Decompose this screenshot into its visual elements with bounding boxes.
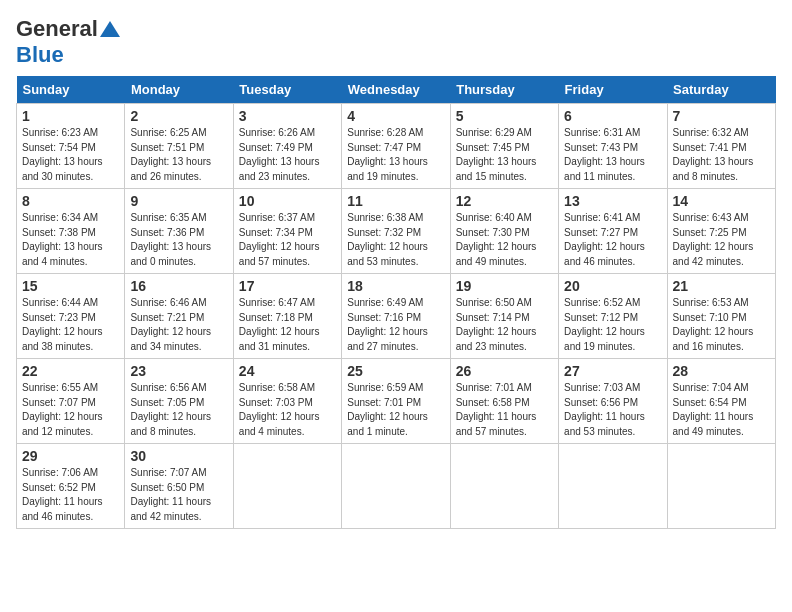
day-info: Sunrise: 7:03 AMSunset: 6:56 PMDaylight:… [564,381,661,439]
day-info: Sunrise: 6:34 AMSunset: 7:38 PMDaylight:… [22,211,119,269]
day-number: 28 [673,363,770,379]
day-number: 9 [130,193,227,209]
calendar-cell: 5 Sunrise: 6:29 AMSunset: 7:45 PMDayligh… [450,104,558,189]
day-info: Sunrise: 6:56 AMSunset: 7:05 PMDaylight:… [130,381,227,439]
day-number: 2 [130,108,227,124]
day-info: Sunrise: 6:31 AMSunset: 7:43 PMDaylight:… [564,126,661,184]
calendar-cell: 25 Sunrise: 6:59 AMSunset: 7:01 PMDaylig… [342,359,450,444]
calendar-cell: 30 Sunrise: 7:07 AMSunset: 6:50 PMDaylig… [125,444,233,529]
day-number: 15 [22,278,119,294]
day-info: Sunrise: 6:43 AMSunset: 7:25 PMDaylight:… [673,211,770,269]
logo-general: General [16,16,98,42]
day-number: 29 [22,448,119,464]
calendar-cell: 8 Sunrise: 6:34 AMSunset: 7:38 PMDayligh… [17,189,125,274]
day-info: Sunrise: 6:40 AMSunset: 7:30 PMDaylight:… [456,211,553,269]
day-number: 3 [239,108,336,124]
calendar-cell: 10 Sunrise: 6:37 AMSunset: 7:34 PMDaylig… [233,189,341,274]
logo-blue: Blue [16,42,64,67]
calendar-cell [559,444,667,529]
logo-icon [100,21,120,37]
day-number: 25 [347,363,444,379]
calendar-cell: 27 Sunrise: 7:03 AMSunset: 6:56 PMDaylig… [559,359,667,444]
logo: General Blue [16,16,120,68]
day-number: 26 [456,363,553,379]
calendar-cell: 22 Sunrise: 6:55 AMSunset: 7:07 PMDaylig… [17,359,125,444]
calendar-cell: 7 Sunrise: 6:32 AMSunset: 7:41 PMDayligh… [667,104,775,189]
day-info: Sunrise: 6:38 AMSunset: 7:32 PMDaylight:… [347,211,444,269]
calendar-cell: 29 Sunrise: 7:06 AMSunset: 6:52 PMDaylig… [17,444,125,529]
day-info: Sunrise: 6:32 AMSunset: 7:41 PMDaylight:… [673,126,770,184]
week-row-4: 22 Sunrise: 6:55 AMSunset: 7:07 PMDaylig… [17,359,776,444]
calendar-cell: 21 Sunrise: 6:53 AMSunset: 7:10 PMDaylig… [667,274,775,359]
calendar-cell [342,444,450,529]
col-header-tuesday: Tuesday [233,76,341,104]
day-info: Sunrise: 6:44 AMSunset: 7:23 PMDaylight:… [22,296,119,354]
day-info: Sunrise: 6:23 AMSunset: 7:54 PMDaylight:… [22,126,119,184]
col-header-sunday: Sunday [17,76,125,104]
svg-marker-0 [100,21,120,37]
calendar-table: SundayMondayTuesdayWednesdayThursdayFrid… [16,76,776,529]
col-header-saturday: Saturday [667,76,775,104]
day-info: Sunrise: 6:41 AMSunset: 7:27 PMDaylight:… [564,211,661,269]
col-header-wednesday: Wednesday [342,76,450,104]
calendar-cell: 9 Sunrise: 6:35 AMSunset: 7:36 PMDayligh… [125,189,233,274]
calendar-cell: 4 Sunrise: 6:28 AMSunset: 7:47 PMDayligh… [342,104,450,189]
col-header-monday: Monday [125,76,233,104]
day-number: 18 [347,278,444,294]
calendar-header-row: SundayMondayTuesdayWednesdayThursdayFrid… [17,76,776,104]
day-info: Sunrise: 6:58 AMSunset: 7:03 PMDaylight:… [239,381,336,439]
calendar-cell: 6 Sunrise: 6:31 AMSunset: 7:43 PMDayligh… [559,104,667,189]
calendar-cell: 12 Sunrise: 6:40 AMSunset: 7:30 PMDaylig… [450,189,558,274]
calendar-cell [233,444,341,529]
calendar-cell: 23 Sunrise: 6:56 AMSunset: 7:05 PMDaylig… [125,359,233,444]
calendar-cell: 28 Sunrise: 7:04 AMSunset: 6:54 PMDaylig… [667,359,775,444]
week-row-5: 29 Sunrise: 7:06 AMSunset: 6:52 PMDaylig… [17,444,776,529]
day-info: Sunrise: 6:28 AMSunset: 7:47 PMDaylight:… [347,126,444,184]
day-info: Sunrise: 7:01 AMSunset: 6:58 PMDaylight:… [456,381,553,439]
calendar-cell: 16 Sunrise: 6:46 AMSunset: 7:21 PMDaylig… [125,274,233,359]
day-number: 4 [347,108,444,124]
calendar-cell: 17 Sunrise: 6:47 AMSunset: 7:18 PMDaylig… [233,274,341,359]
day-number: 13 [564,193,661,209]
day-number: 8 [22,193,119,209]
day-info: Sunrise: 7:04 AMSunset: 6:54 PMDaylight:… [673,381,770,439]
calendar-cell: 11 Sunrise: 6:38 AMSunset: 7:32 PMDaylig… [342,189,450,274]
day-info: Sunrise: 6:55 AMSunset: 7:07 PMDaylight:… [22,381,119,439]
day-info: Sunrise: 6:50 AMSunset: 7:14 PMDaylight:… [456,296,553,354]
calendar-cell: 14 Sunrise: 6:43 AMSunset: 7:25 PMDaylig… [667,189,775,274]
day-info: Sunrise: 6:46 AMSunset: 7:21 PMDaylight:… [130,296,227,354]
calendar-cell: 13 Sunrise: 6:41 AMSunset: 7:27 PMDaylig… [559,189,667,274]
day-number: 11 [347,193,444,209]
day-number: 7 [673,108,770,124]
calendar-cell: 26 Sunrise: 7:01 AMSunset: 6:58 PMDaylig… [450,359,558,444]
calendar-cell [450,444,558,529]
calendar-cell: 20 Sunrise: 6:52 AMSunset: 7:12 PMDaylig… [559,274,667,359]
day-number: 10 [239,193,336,209]
day-number: 21 [673,278,770,294]
calendar-cell [667,444,775,529]
calendar-cell: 19 Sunrise: 6:50 AMSunset: 7:14 PMDaylig… [450,274,558,359]
col-header-friday: Friday [559,76,667,104]
day-number: 16 [130,278,227,294]
calendar-cell: 3 Sunrise: 6:26 AMSunset: 7:49 PMDayligh… [233,104,341,189]
day-number: 14 [673,193,770,209]
day-info: Sunrise: 7:06 AMSunset: 6:52 PMDaylight:… [22,466,119,524]
day-number: 23 [130,363,227,379]
day-info: Sunrise: 6:59 AMSunset: 7:01 PMDaylight:… [347,381,444,439]
calendar-cell: 24 Sunrise: 6:58 AMSunset: 7:03 PMDaylig… [233,359,341,444]
header: General Blue [16,16,776,68]
calendar-cell: 1 Sunrise: 6:23 AMSunset: 7:54 PMDayligh… [17,104,125,189]
day-info: Sunrise: 6:53 AMSunset: 7:10 PMDaylight:… [673,296,770,354]
day-number: 24 [239,363,336,379]
day-number: 20 [564,278,661,294]
day-info: Sunrise: 6:29 AMSunset: 7:45 PMDaylight:… [456,126,553,184]
day-number: 17 [239,278,336,294]
day-info: Sunrise: 6:26 AMSunset: 7:49 PMDaylight:… [239,126,336,184]
week-row-1: 1 Sunrise: 6:23 AMSunset: 7:54 PMDayligh… [17,104,776,189]
day-number: 30 [130,448,227,464]
day-number: 27 [564,363,661,379]
week-row-2: 8 Sunrise: 6:34 AMSunset: 7:38 PMDayligh… [17,189,776,274]
day-info: Sunrise: 6:49 AMSunset: 7:16 PMDaylight:… [347,296,444,354]
day-number: 6 [564,108,661,124]
day-info: Sunrise: 6:52 AMSunset: 7:12 PMDaylight:… [564,296,661,354]
